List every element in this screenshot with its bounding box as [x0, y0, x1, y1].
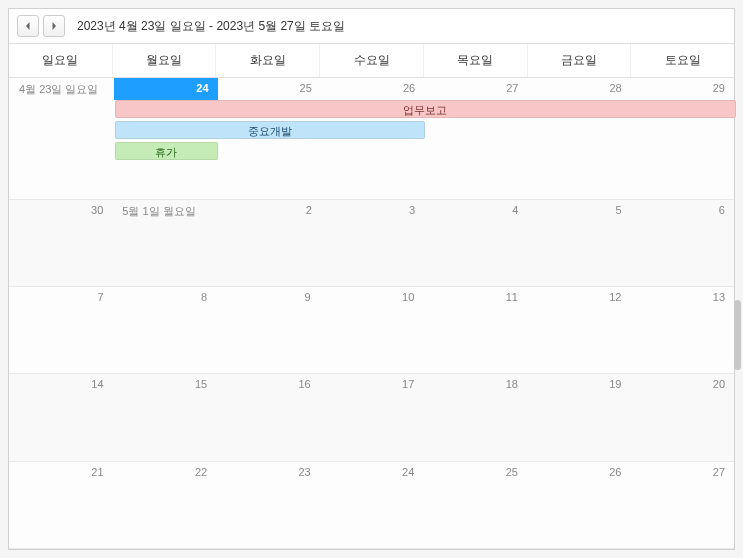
prev-button[interactable] [17, 15, 39, 37]
day-header-5: 금요일 [528, 44, 632, 77]
week-row: 78910111213 [9, 287, 734, 374]
day-cell[interactable]: 9 [216, 287, 320, 309]
day-cell[interactable]: 14 [9, 374, 113, 396]
day-cells: 305월 1일 월요일23456 [9, 200, 734, 222]
week-row: 4월 23일 일요일242526272829업무보고중요개발휴가 [9, 78, 734, 200]
day-cell[interactable]: 25 [423, 462, 527, 484]
day-cell[interactable]: 26 [527, 462, 631, 484]
toolbar: 2023년 4월 23일 일요일 - 2023년 5월 27일 토요일 [9, 9, 734, 44]
day-cell[interactable]: 18 [423, 374, 527, 396]
day-cell[interactable]: 17 [320, 374, 424, 396]
scrollbar-thumb[interactable] [734, 300, 741, 370]
day-cell[interactable]: 7 [9, 287, 113, 309]
day-header-1: 월요일 [113, 44, 217, 77]
day-cell[interactable]: 12 [527, 287, 631, 309]
day-cell[interactable]: 13 [630, 287, 734, 309]
week-row: 21222324252627 [9, 462, 734, 549]
date-range-label: 2023년 4월 23일 일요일 - 2023년 5월 27일 토요일 [77, 18, 345, 35]
day-headers: 일요일월요일화요일수요일목요일금요일토요일 [9, 44, 734, 78]
day-cell[interactable]: 3 [321, 200, 424, 222]
day-cell[interactable]: 5월 1일 월요일 [112, 200, 217, 222]
day-cell[interactable]: 4월 23일 일요일 [9, 78, 114, 100]
day-header-4: 목요일 [424, 44, 528, 77]
day-cell[interactable]: 2 [218, 200, 321, 222]
day-cell[interactable]: 22 [113, 462, 217, 484]
day-cell[interactable]: 15 [113, 374, 217, 396]
day-cell[interactable]: 27 [630, 462, 734, 484]
day-cells: 21222324252627 [9, 462, 734, 484]
event-green[interactable]: 휴가 [115, 142, 219, 160]
day-header-3: 수요일 [320, 44, 424, 77]
weeks-grid: 4월 23일 일요일242526272829업무보고중요개발휴가305월 1일 … [9, 78, 734, 549]
chevron-right-icon [50, 22, 58, 30]
day-cells: 78910111213 [9, 287, 734, 309]
day-cell[interactable]: 21 [9, 462, 113, 484]
day-cell[interactable]: 10 [320, 287, 424, 309]
day-cell[interactable]: 5 [527, 200, 630, 222]
day-cells: 4월 23일 일요일242526272829 [9, 78, 734, 100]
day-header-0: 일요일 [9, 44, 113, 77]
day-cell[interactable]: 19 [527, 374, 631, 396]
week-row: 305월 1일 월요일23456 [9, 200, 734, 287]
day-cells: 14151617181920 [9, 374, 734, 396]
next-button[interactable] [43, 15, 65, 37]
calendar-container: 2023년 4월 23일 일요일 - 2023년 5월 27일 토요일 일요일월… [8, 8, 735, 550]
day-cell[interactable]: 20 [630, 374, 734, 396]
day-cell[interactable]: 23 [216, 462, 320, 484]
day-cell[interactable]: 8 [113, 287, 217, 309]
day-header-2: 화요일 [216, 44, 320, 77]
day-cell[interactable]: 26 [321, 78, 424, 100]
day-cell[interactable]: 29 [631, 78, 734, 100]
day-cell[interactable]: 30 [9, 200, 112, 222]
week-row: 14151617181920 [9, 374, 734, 461]
day-cell[interactable]: 4 [424, 200, 527, 222]
day-cell[interactable]: 25 [218, 78, 321, 100]
day-header-6: 토요일 [631, 44, 734, 77]
day-cell[interactable]: 24 [320, 462, 424, 484]
day-cell[interactable]: 6 [631, 200, 734, 222]
day-cell[interactable]: 16 [216, 374, 320, 396]
day-cell[interactable]: 27 [424, 78, 527, 100]
event-pink[interactable]: 업무보고 [115, 100, 736, 118]
day-cell[interactable]: 11 [423, 287, 527, 309]
chevron-left-icon [24, 22, 32, 30]
day-cell[interactable]: 24 [114, 78, 217, 100]
scrollbar-track[interactable] [734, 100, 741, 548]
event-blue[interactable]: 중요개발 [115, 121, 426, 139]
day-cell[interactable]: 28 [527, 78, 630, 100]
